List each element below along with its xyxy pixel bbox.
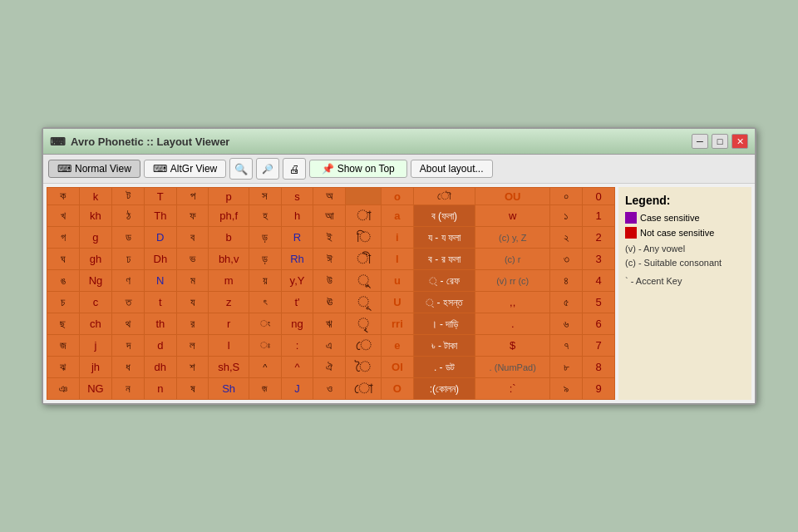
table-row: ঘgh ঢDh ভbh,v ড়Rh ঈীI ব - র ফলা(c) r ৩3 [47, 249, 615, 270]
layout-table: কk টT পp সs অo ৌOU ০0 খkh ঠTh ফph,f হh [47, 187, 615, 400]
main-window: ⌨ Avro Phonetic :: Layout Viewer ─ □ ✕ ⌨… [42, 127, 756, 405]
title-bar-controls: ─ □ ✕ [692, 134, 748, 149]
print-button[interactable]: 🖨 [283, 158, 306, 180]
any-vowel-note: (v) - Any vowel [625, 242, 745, 256]
suitable-consonant-note: (c) - Suitable consonant [625, 256, 745, 270]
about-layout-button[interactable]: About layout... [411, 160, 493, 178]
case-sensitive-label: Case sensitive [640, 213, 700, 223]
content-area: কk টT পp সs অo ৌOU ০0 খkh ঠTh ফph,f হh [43, 184, 755, 403]
table-row: ঝjh ধdh শsh,S ^^ ঐৈOI . - ডট. (NumPad) ৮… [47, 357, 615, 378]
purple-swatch [625, 212, 637, 224]
title-bar: ⌨ Avro Phonetic :: Layout Viewer ─ □ ✕ [43, 129, 755, 155]
window-title: Avro Phonetic :: Layout Viewer [71, 135, 229, 148]
maximize-button[interactable]: □ [712, 134, 728, 149]
legend-notes: (v) - Any vowel (c) - Suitable consonant… [625, 242, 745, 288]
close-button[interactable]: ✕ [732, 134, 748, 149]
table-row: খkh ঠTh ফph,f হh আাa ব (ফলা)w ১1 [47, 205, 615, 227]
normal-view-button[interactable]: ⌨ Normal View [48, 160, 140, 178]
accent-key-note: ` - Accent Key [625, 274, 745, 288]
legend-panel: Legend: Case sensitive Not case sensitiv… [618, 187, 751, 400]
keyboard-layout: কk টT পp সs অo ৌOU ০0 খkh ঠTh ফph,f হh [47, 187, 615, 400]
zoom-in-button[interactable]: 🔍 [229, 158, 253, 180]
legend-not-case-sensitive: Not case sensitive [625, 227, 745, 239]
zoom-out-button[interactable]: 🔎 [256, 158, 279, 180]
title-bar-left: ⌨ Avro Phonetic :: Layout Viewer [50, 135, 229, 148]
show-on-top-button[interactable]: 📌 Show on Top [309, 160, 407, 178]
keyboard-icon: ⌨ [57, 163, 71, 175]
window-icon: ⌨ [50, 135, 66, 148]
table-row: কk টT পp সs অo ৌOU ০0 [47, 188, 615, 205]
table-row: ঞNG নn ষSh জ়J ওোO :(কোলন):` ৯9 [47, 378, 615, 400]
table-row: ঙNg ণN মm য়y,Y উুu ্ - রেফ(v) rr (c) ৪4 [47, 270, 615, 292]
pin-icon: 📌 [322, 163, 334, 175]
table-row: ছch থth রr ংng ঋৃrri । - দাড়ি. ৬6 [47, 313, 615, 335]
legend-title: Legend: [625, 194, 745, 207]
legend-case-sensitive: Case sensitive [625, 212, 745, 224]
table-row: জj দd লl ঃ: এেe ৳ - টাকা$ ৭7 [47, 335, 615, 357]
red-swatch [625, 227, 637, 239]
toolbar: ⌨ Normal View ⌨ AltGr View 🔍 🔎 🖨 📌 Show … [43, 155, 755, 184]
altgr-view-button[interactable]: ⌨ AltGr View [144, 160, 226, 178]
minimize-button[interactable]: ─ [692, 134, 708, 149]
table-row: চc তt যz ৎt' ঊূU ্ - হসন্ত,, ৫5 [47, 292, 615, 313]
keyboard-icon2: ⌨ [153, 163, 167, 175]
table-row: গg ডD বb ড়R ইিi য - য ফলা(c) y, Z ২2 [47, 227, 615, 249]
not-case-sensitive-label: Not case sensitive [640, 228, 714, 238]
